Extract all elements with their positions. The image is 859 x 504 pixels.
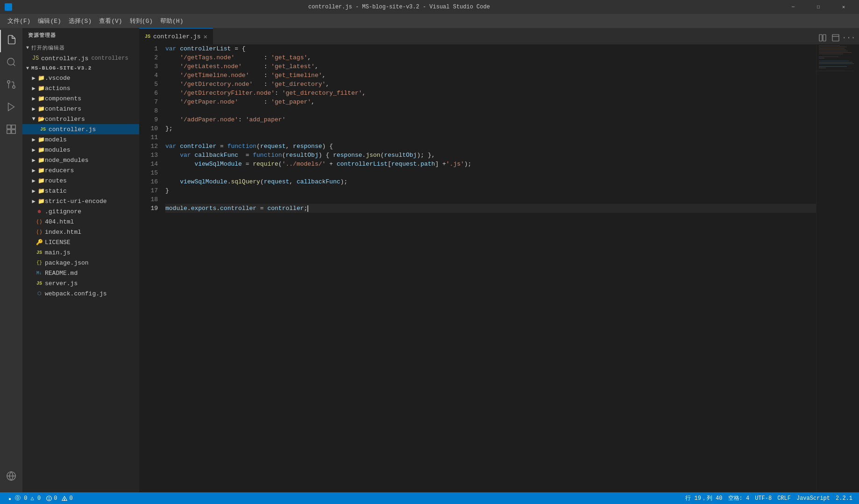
line-num-8: 8	[139, 106, 158, 115]
menu-help[interactable]: 帮助(H)	[156, 15, 187, 27]
line-num-5: 5	[139, 80, 158, 89]
js-file-icon: JS	[32, 55, 39, 62]
vertical-scrollbar[interactable]	[853, 44, 859, 492]
close-button[interactable]: ✕	[833, 0, 854, 14]
svg-rect-11	[823, 35, 826, 41]
files-icon	[7, 35, 17, 48]
code-line-12: var controller = function(request, respo…	[165, 142, 816, 151]
line-num-10: 10	[139, 124, 158, 133]
tree-label-strict-uri: strict-uri-encode	[45, 198, 107, 205]
tree-item-main-js[interactable]: JS main.js	[22, 247, 139, 258]
code-line-3: '/getLatest.node' : 'get_latest',	[165, 62, 816, 71]
window-controls: ─ □ ✕	[782, 0, 854, 14]
code-line-8	[165, 106, 816, 115]
svg-marker-5	[8, 103, 14, 111]
tree-item-vscode[interactable]: ▶ 📁 .vscode	[22, 73, 139, 83]
tree-item-components[interactable]: ▶ 📁 components	[22, 93, 139, 104]
line-ending[interactable]: CRLF	[774, 492, 794, 504]
tree-item-gitignore[interactable]: ⊛ .gitignore	[22, 206, 139, 217]
menu-goto[interactable]: 转到(G)	[126, 15, 156, 27]
line-ending-label: CRLF	[777, 495, 791, 502]
tree-item-controller-js[interactable]: JS controller.js	[22, 124, 139, 134]
tree-item-routes[interactable]: ▶ 📁 routes	[22, 175, 139, 186]
code-line-13: var callbackFunc = function(resultObj) {…	[165, 151, 816, 160]
tree-item-containers[interactable]: ▶ 📁 containers	[22, 104, 139, 114]
line-num-17: 17	[139, 186, 158, 195]
extension-version[interactable]: 2.2.1	[833, 492, 855, 504]
line-numbers: 1 2 3 4 5 6 7 8 9 10 11 12 13 14 15 16 1…	[139, 44, 162, 492]
activity-explorer[interactable]	[0, 30, 22, 52]
warning-count: 0	[69, 495, 72, 502]
tree-item-strict-uri-encode[interactable]: ▶ 📁 strict-uri-encode	[22, 196, 139, 206]
folder-icon-reducers: 📁	[37, 167, 45, 174]
search-activity-icon	[6, 57, 16, 70]
chevron-right-icon-routes: ▶	[30, 177, 37, 184]
tree-item-actions[interactable]: ▶ 📁 actions	[22, 83, 139, 93]
menu-file[interactable]: 文件(F)	[4, 15, 34, 27]
remote-activity-icon	[6, 471, 16, 484]
maximize-button[interactable]: □	[808, 0, 829, 14]
code-line-1: var controllerList = {	[165, 44, 816, 53]
svg-rect-17	[819, 48, 845, 49]
svg-point-33	[49, 499, 50, 499]
code-line-2: '/getTags.node' : 'get_tags',	[165, 53, 816, 62]
tree-item-reducers[interactable]: ▶ 📁 reducers	[22, 165, 139, 175]
svg-rect-9	[12, 129, 15, 133]
tree-item-controllers[interactable]: ▼ 📂 controllers	[22, 114, 139, 124]
code-line-10: };	[165, 124, 816, 133]
svg-point-2	[13, 85, 15, 88]
tab-close-button[interactable]: ✕	[203, 33, 207, 41]
tree-label-components: components	[45, 95, 81, 102]
tab-controller-js[interactable]: JS controller.js ✕	[139, 28, 213, 44]
menu-view[interactable]: 查看(V)	[95, 15, 126, 27]
activity-debug[interactable]	[0, 97, 22, 119]
chevron-right-icon-components: ▶	[30, 95, 37, 102]
line-num-16: 16	[139, 177, 158, 186]
tree-label-routes: routes	[45, 177, 67, 184]
tree-item-static[interactable]: ▶ 📁 static	[22, 186, 139, 196]
folder-icon-components: 📁	[37, 95, 45, 102]
activity-remote[interactable]	[0, 466, 22, 489]
more-actions-button[interactable]: ···	[842, 31, 855, 44]
minimize-button[interactable]: ─	[782, 0, 804, 14]
tree-item-server-js[interactable]: JS server.js	[22, 278, 139, 288]
toggle-panel-button[interactable]	[829, 31, 842, 44]
tree-item-readme[interactable]: M↓ README.md	[22, 268, 139, 278]
tree-item-package-json[interactable]: {} package.json	[22, 258, 139, 268]
tree-item-modules[interactable]: ▶ 📁 modules	[22, 145, 139, 155]
cursor-position[interactable]: 行 19，列 40	[682, 492, 725, 504]
git-status[interactable]: ⓪ 0 △ 0	[4, 492, 43, 504]
tree-item-models[interactable]: ▶ 📁 models	[22, 134, 139, 145]
tree-label-node-modules: node_modules	[45, 157, 89, 164]
tree-label-modules: modules	[45, 147, 71, 154]
tree-label-controller-js: controller.js	[49, 126, 96, 133]
line-num-6: 6	[139, 89, 158, 98]
tree-label-readme: README.md	[45, 270, 78, 277]
tree-item-404[interactable]: ⟨⟩ 404.html	[22, 217, 139, 227]
tree-label-static: static	[45, 188, 67, 195]
open-editor-item[interactable]: JS controller.js controllers	[22, 53, 139, 63]
tree-item-index-html[interactable]: ⟨⟩ index.html	[22, 227, 139, 237]
line-num-7: 7	[139, 98, 158, 106]
tree-item-node-modules[interactable]: ▶ 📁 node_modules	[22, 155, 139, 165]
activity-source-control[interactable]	[0, 75, 22, 97]
folder-icon-static: 📁	[37, 187, 45, 195]
indentation[interactable]: 空格: 4	[725, 492, 753, 504]
activity-search[interactable]	[0, 52, 22, 75]
error-status[interactable]: 0 0	[43, 492, 75, 504]
project-name: MS-BLOG-SITE-V3.2	[31, 65, 92, 71]
code-editor[interactable]: 1 2 3 4 5 6 7 8 9 10 11 12 13 14 15 16 1…	[139, 44, 859, 492]
tree-item-webpack[interactable]: ⬡ webpack.config.js	[22, 288, 139, 299]
tree-item-license[interactable]: 🔑 LICENSE	[22, 237, 139, 247]
project-section[interactable]: ▼ MS-BLOG-SITE-V3.2	[22, 63, 139, 73]
split-editor-button[interactable]	[816, 31, 829, 44]
activity-extensions[interactable]	[0, 119, 22, 142]
menu-edit[interactable]: 编辑(E)	[34, 15, 64, 27]
open-editors-section[interactable]: ▼ 打开的编辑器	[22, 42, 139, 53]
chevron-right-icon-models: ▶	[30, 136, 37, 143]
svg-point-35	[64, 499, 65, 500]
code-content[interactable]: var controllerList = { '/getTags.node' :…	[162, 44, 816, 492]
encoding[interactable]: UTF-8	[752, 492, 774, 504]
menu-select[interactable]: 选择(S)	[65, 15, 95, 27]
language-mode[interactable]: JavaScript	[794, 492, 833, 504]
